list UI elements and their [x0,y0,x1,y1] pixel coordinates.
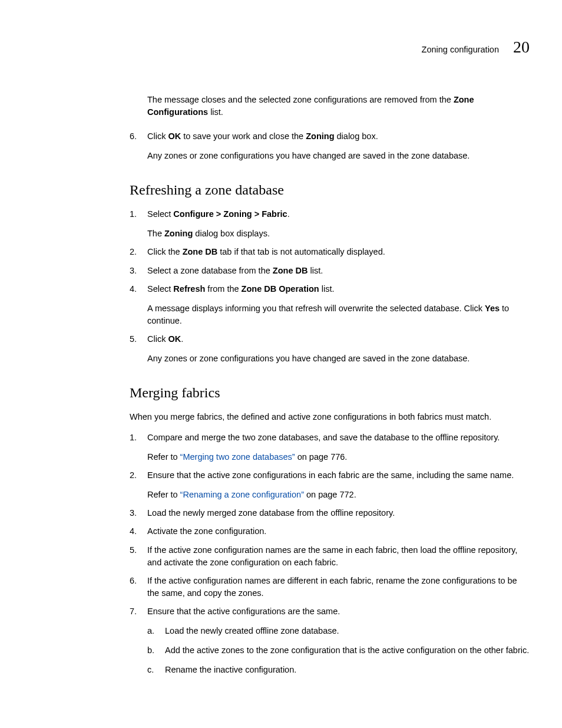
text: Load the newly created offline zone data… [165,626,339,635]
text: list. [208,107,223,117]
text-bold: Zone DB [273,266,308,275]
sub-marker: c. [147,664,154,676]
list-item: 3. Load the newly merged zone database f… [130,507,530,519]
list-item: 6. Click OK to save your work and close … [130,130,530,162]
list-item: 6. If the active configuration names are… [130,575,530,599]
text: Ensure that the active zone configuratio… [147,470,514,480]
list-item: 4. Activate the zone configuration. [130,525,530,538]
list-item: 4. Select Refresh from the Zone DB Opera… [130,283,530,327]
header-section-title: Zoning configuration [422,44,499,56]
sub-marker: b. [147,644,154,657]
text-bold: OK [168,334,181,344]
list-follow-text: Refer to “Merging two zone databases” on… [147,451,530,463]
text: If the active configuration names are di… [147,576,517,598]
section-heading-refreshing: Refreshing a zone database [130,180,530,200]
list-marker: 4. [130,283,137,295]
list-follow-text: Any zones or zone configurations you hav… [147,353,530,365]
text: . [181,334,183,344]
list-item: 7. Ensure that the active configurations… [130,605,530,676]
list-marker: 5. [130,333,137,345]
list-item: 1. Compare and merge the two zone databa… [130,431,530,463]
list-item: 2. Click the Zone DB tab if that tab is … [130,246,530,258]
list-marker: 6. [130,575,137,587]
text: Activate the zone configuration. [147,526,266,536]
page-container: Zoning configuration 20 The message clos… [0,0,562,719]
list-marker: 4. [130,525,137,538]
list-marker: 2. [130,469,137,482]
cross-reference-link[interactable]: “Renaming a zone configuration” [180,490,304,499]
text: Rename the inactive configuration. [165,665,296,674]
text: Ensure that the active configurations ar… [147,607,340,616]
refreshing-steps: 1. Select Configure > Zoning > Fabric. T… [130,208,530,364]
text-bold: Zone DB Operation [242,284,319,294]
list-marker: 1. [130,208,137,220]
text: A message displays informing you that re… [147,304,485,313]
list-marker: 5. [130,544,137,556]
text: The message closes and the selected zone… [147,95,454,104]
text: list. [308,266,323,275]
list-follow-text: A message displays informing you that re… [147,302,530,327]
text: from the [205,284,241,294]
chapter-number: 20 [513,35,530,60]
list-follow-text: Refer to “Renaming a zone configuration”… [147,489,530,501]
text: Select [147,209,173,219]
sub-steps: a. Load the newly created offline zone d… [147,625,530,676]
list-marker: 2. [130,246,137,258]
sub-list-item: a. Load the newly created offline zone d… [147,625,530,637]
merging-intro: When you merge fabrics, the defined and … [130,411,530,423]
text: The [147,229,164,238]
list-follow-text: Any zones or zone configurations you hav… [147,150,530,162]
list-item: 3. Select a zone database from the Zone … [130,265,530,277]
list-item: 5. Click OK. Any zones or zone configura… [130,333,530,365]
list-marker: 1. [130,431,137,444]
text: dialog box. [335,131,378,141]
text: to save your work and close the [181,131,306,141]
text: . [287,209,290,219]
merging-steps: 1. Compare and merge the two zone databa… [130,431,530,676]
list-marker: 3. [130,265,137,277]
sub-marker: a. [147,625,154,637]
list-item: 5. If the active zone configuration name… [130,544,530,569]
text: Select a zone database from the [147,266,273,275]
list-follow-text: The Zoning dialog box displays. [147,228,530,240]
list-marker: 7. [130,605,137,618]
list-item: 1. Select Configure > Zoning > Fabric. T… [130,208,530,240]
text: Click [147,131,168,141]
text: If the active zone configuration names a… [147,545,517,567]
text-bold: Refresh [173,284,205,294]
text-bold: Zoning [306,131,334,141]
text: list. [319,284,335,294]
text: on page 776. [295,452,348,462]
sub-list-item: c. Rename the inactive configuration. [147,664,530,676]
text: Select [147,284,173,294]
list-marker: 3. [130,507,137,519]
text-bold: OK [168,131,181,141]
list-marker: 6. [130,130,137,143]
text: Load the newly merged zone database from… [147,508,395,518]
text: Refer to [147,490,180,499]
section-heading-merging: Merging fabrics [130,383,530,403]
text: Click [147,334,168,344]
text-bold: Configure > Zoning > Fabric [173,209,287,219]
continuation-list: 6. Click OK to save your work and close … [130,130,530,162]
list-item: 2. Ensure that the active zone configura… [130,469,530,501]
intro-message: The message closes and the selected zone… [147,94,530,118]
text: on page 772. [304,490,356,499]
text-bold: Zoning [164,229,193,238]
text: Compare and merge the two zone databases… [147,433,500,442]
text: Add the active zones to the zone configu… [165,645,529,655]
text-bold: Yes [485,304,500,313]
text: Refer to [147,452,180,462]
text-bold: Zone DB [183,247,218,256]
cross-reference-link[interactable]: “Merging two zone databases” [180,452,295,462]
text: Click the [147,247,183,256]
page-header: Zoning configuration 20 [130,35,530,60]
sub-list-item: b. Add the active zones to the zone conf… [147,644,530,657]
text: dialog box displays. [193,229,270,238]
text: tab if that tab is not automatically dis… [217,247,385,256]
